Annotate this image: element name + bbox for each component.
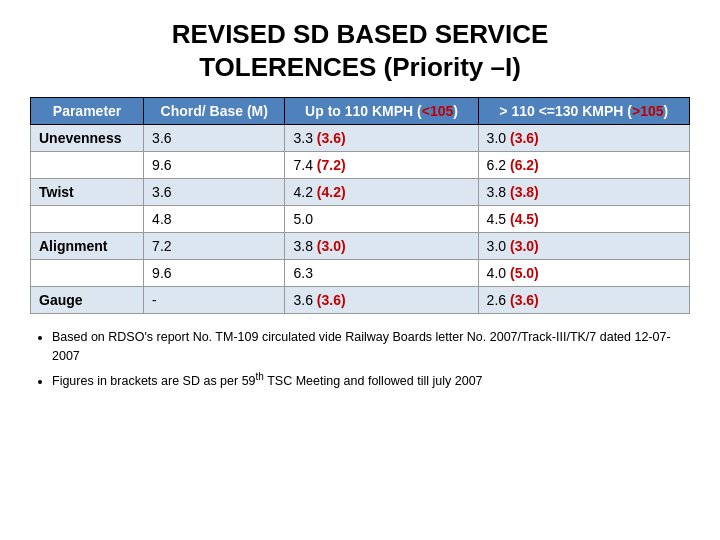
footnote-1: Based on RDSO's report No. TM-109 circul… (52, 328, 690, 366)
cell-chord: 9.6 (144, 260, 285, 287)
footnotes: Based on RDSO's report No. TM-109 circul… (30, 328, 690, 393)
page: REVISED SD BASED SERVICE TOLERENCES (Pri… (0, 0, 720, 540)
cell-parameter (31, 206, 144, 233)
cell-parameter: Alignment (31, 233, 144, 260)
header-above110: > 110 <=130 KMPH (>105) (478, 98, 689, 125)
table-row: 9.67.4 (7.2)6.2 (6.2) (31, 152, 690, 179)
cell-parameter (31, 260, 144, 287)
footnote-2: Figures in brackets are SD as per 59th T… (52, 369, 690, 391)
cell-upto110: 3.3 (3.6) (285, 125, 478, 152)
tolerances-table: Parameter Chord/ Base (M) Up to 110 KMPH… (30, 97, 690, 314)
header-upto110: Up to 110 KMPH (<105) (285, 98, 478, 125)
title-line1: REVISED SD BASED SERVICE (172, 19, 549, 49)
header-parameter: Parameter (31, 98, 144, 125)
cell-above110: 3.0 (3.6) (478, 125, 689, 152)
page-title: REVISED SD BASED SERVICE TOLERENCES (Pri… (30, 18, 690, 83)
cell-upto110: 3.6 (3.6) (285, 287, 478, 314)
table-row: Unevenness3.63.3 (3.6)3.0 (3.6) (31, 125, 690, 152)
cell-upto110: 5.0 (285, 206, 478, 233)
table-row: Alignment7.23.8 (3.0)3.0 (3.0) (31, 233, 690, 260)
cell-chord: 3.6 (144, 125, 285, 152)
cell-above110: 3.0 (3.0) (478, 233, 689, 260)
table-row: Twist3.64.2 (4.2)3.8 (3.8) (31, 179, 690, 206)
cell-above110: 4.0 (5.0) (478, 260, 689, 287)
cell-chord: 7.2 (144, 233, 285, 260)
cell-above110: 2.6 (3.6) (478, 287, 689, 314)
cell-upto110: 7.4 (7.2) (285, 152, 478, 179)
table-row: 4.85.04.5 (4.5) (31, 206, 690, 233)
cell-parameter: Unevenness (31, 125, 144, 152)
table-row: Gauge-3.6 (3.6)2.6 (3.6) (31, 287, 690, 314)
cell-upto110: 4.2 (4.2) (285, 179, 478, 206)
cell-upto110: 6.3 (285, 260, 478, 287)
cell-chord: 4.8 (144, 206, 285, 233)
cell-chord: 9.6 (144, 152, 285, 179)
cell-parameter (31, 152, 144, 179)
cell-above110: 3.8 (3.8) (478, 179, 689, 206)
cell-parameter: Gauge (31, 287, 144, 314)
header-chord-base: Chord/ Base (M) (144, 98, 285, 125)
cell-upto110: 3.8 (3.0) (285, 233, 478, 260)
cell-parameter: Twist (31, 179, 144, 206)
cell-above110: 4.5 (4.5) (478, 206, 689, 233)
cell-chord: - (144, 287, 285, 314)
title-line2: TOLERENCES (Priority –I) (199, 52, 521, 82)
table-row: 9.66.34.0 (5.0) (31, 260, 690, 287)
cell-chord: 3.6 (144, 179, 285, 206)
title-block: REVISED SD BASED SERVICE TOLERENCES (Pri… (30, 18, 690, 83)
cell-above110: 6.2 (6.2) (478, 152, 689, 179)
table-body: Unevenness3.63.3 (3.6)3.0 (3.6)9.67.4 (7… (31, 125, 690, 314)
table-header-row: Parameter Chord/ Base (M) Up to 110 KMPH… (31, 98, 690, 125)
